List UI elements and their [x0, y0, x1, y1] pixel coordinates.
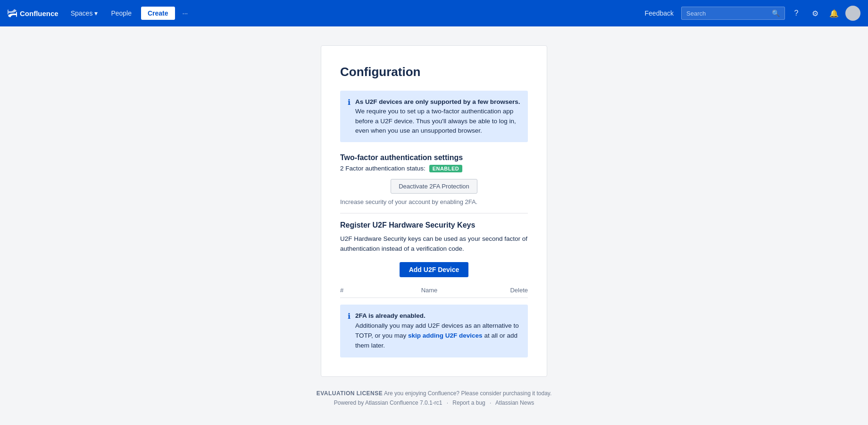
info-body-text: We require you to set up a two-factor au… [355, 108, 516, 134]
u2f-section-title: Register U2F Hardware Security Keys [340, 221, 528, 230]
search-input[interactable] [686, 10, 769, 17]
create-button[interactable]: Create [141, 7, 175, 20]
navbar-right: Feedback 🔍 ? ⚙ 🔔 [641, 6, 860, 21]
settings-button[interactable]: ⚙ [808, 6, 823, 21]
info-bold-text: As U2F devices are only supported by a f… [355, 98, 520, 105]
info-box2-text: 2FA is already enabled. Additionally you… [355, 311, 520, 351]
footer-links: Powered by Atlassian Confluence 7.0.1-rc… [317, 400, 552, 406]
confluence-logo-icon [8, 8, 17, 18]
more-nav[interactable]: ··· [179, 7, 192, 20]
settings-icon: ⚙ [812, 9, 818, 18]
eval-text: Are you enjoying Confluence? Please cons… [384, 390, 551, 397]
footer-eval: EVALUATION LICENSE Are you enjoying Conf… [317, 390, 552, 397]
skip-u2f-link[interactable]: skip adding U2F devices [408, 332, 483, 339]
confluence-logo[interactable]: Confluence [8, 8, 58, 18]
twofa-section: Two-factor authentication settings 2 Fac… [340, 153, 528, 205]
col-name: Name [368, 287, 490, 294]
u2f-info-box: ℹ As U2F devices are only supported by a… [340, 91, 528, 142]
page-title: Configuration [340, 65, 528, 79]
twofa-title: Two-factor authentication settings [340, 153, 528, 162]
status-badge: ENABLED [429, 165, 463, 172]
notifications-button[interactable]: 🔔 [826, 6, 842, 21]
eval-label: EVALUATION LICENSE [317, 390, 383, 397]
u2f-table-header: # Name Delete [340, 287, 528, 298]
footer: EVALUATION LICENSE Are you enjoying Conf… [317, 390, 552, 406]
col-delete: Delete [490, 287, 528, 294]
col-hash: # [340, 287, 368, 294]
feedback-link[interactable]: Feedback [641, 7, 677, 20]
atlassian-news-link[interactable]: Atlassian News [495, 400, 534, 406]
twofa-already-enabled-box: ℹ 2FA is already enabled. Additionally y… [340, 305, 528, 357]
deactivate-button[interactable]: Deactivate 2FA Protection [391, 179, 477, 194]
powered-by: Powered by Atlassian Confluence 7.0.1-rc… [334, 400, 442, 406]
logo-text: Confluence [20, 9, 58, 17]
divider [340, 213, 528, 213]
info2-icon: ℹ [348, 312, 351, 351]
info-box-text: As U2F devices are only supported by a f… [355, 97, 520, 136]
search-bar[interactable]: 🔍 [681, 7, 785, 20]
people-nav[interactable]: People [106, 7, 136, 20]
add-u2f-button[interactable]: Add U2F Device [400, 262, 469, 277]
config-card: Configuration ℹ As U2F devices are only … [321, 45, 547, 377]
help-icon: ? [794, 9, 799, 17]
info-icon: ℹ [348, 98, 351, 136]
spaces-nav[interactable]: Spaces ▾ [66, 7, 103, 20]
help-button[interactable]: ? [789, 6, 804, 21]
notifications-icon: 🔔 [829, 9, 839, 18]
search-icon: 🔍 [772, 9, 780, 17]
u2f-description: U2F Hardware Security keys can be used a… [340, 234, 528, 254]
navbar: Confluence Spaces ▾ People Create ··· Fe… [0, 0, 868, 26]
twofa-label: 2 Factor authentication status: ENABLED [340, 165, 528, 172]
twofa-help-text: Increase security of your account by ena… [340, 198, 528, 205]
avatar[interactable] [845, 6, 860, 21]
page-background: Configuration ℹ As U2F devices are only … [0, 26, 868, 425]
report-bug-link[interactable]: Report a bug [452, 400, 485, 406]
info2-bold: 2FA is already enabled. [355, 312, 426, 319]
u2f-section: Register U2F Hardware Security Keys U2F … [340, 221, 528, 357]
